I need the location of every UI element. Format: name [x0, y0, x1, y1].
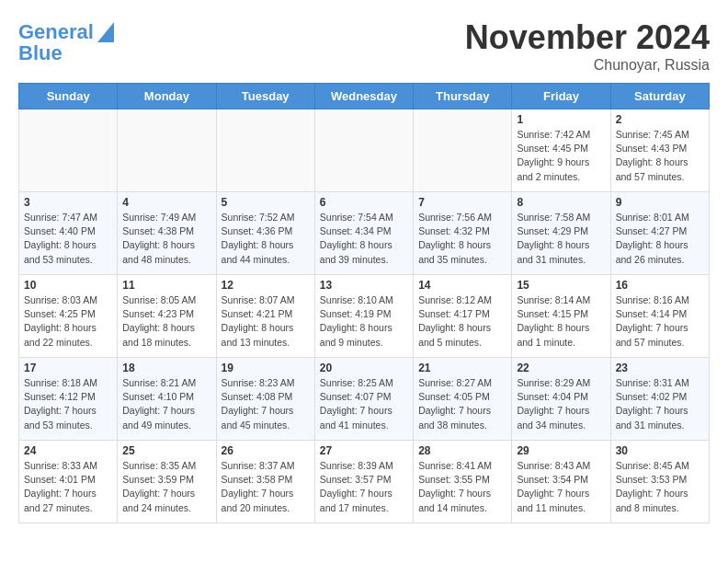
calendar-week-5: 24Sunrise: 8:33 AM Sunset: 4:01 PM Dayli…: [19, 441, 710, 523]
day-number: 8: [517, 196, 605, 209]
day-number: 18: [122, 362, 210, 374]
day-info: Sunrise: 8:41 AM Sunset: 3:55 PM Dayligh…: [418, 459, 506, 515]
day-number: 26: [222, 444, 310, 457]
calendar-cell: 20Sunrise: 8:25 AM Sunset: 4:07 PM Dayli…: [314, 358, 413, 441]
calendar-cell: 6Sunrise: 7:54 AM Sunset: 4:34 PM Daylig…: [314, 192, 413, 275]
logo-icon: [97, 22, 114, 42]
calendar-cell: 21Sunrise: 8:27 AM Sunset: 4:05 PM Dayli…: [414, 358, 512, 441]
calendar-cell: [216, 109, 314, 192]
day-number: 24: [24, 444, 112, 457]
day-number: 11: [122, 279, 210, 292]
day-number: 14: [418, 279, 506, 292]
day-number: 30: [616, 444, 704, 457]
calendar-week-2: 3Sunrise: 7:47 AM Sunset: 4:40 PM Daylig…: [19, 192, 710, 275]
day-info: Sunrise: 7:49 AM Sunset: 4:38 PM Dayligh…: [122, 211, 210, 267]
calendar-cell: 2Sunrise: 7:45 AM Sunset: 4:43 PM Daylig…: [610, 109, 709, 192]
day-info: Sunrise: 8:39 AM Sunset: 3:57 PM Dayligh…: [320, 459, 408, 515]
calendar-cell: [414, 109, 512, 192]
day-number: 4: [122, 196, 210, 209]
calendar-cell: 22Sunrise: 8:29 AM Sunset: 4:04 PM Dayli…: [512, 358, 610, 441]
day-info: Sunrise: 8:45 AM Sunset: 3:53 PM Dayligh…: [616, 459, 704, 515]
svg-marker-0: [97, 22, 114, 42]
day-number: 29: [517, 444, 605, 457]
calendar-cell: 16Sunrise: 8:16 AM Sunset: 4:14 PM Dayli…: [610, 275, 709, 358]
calendar-cell: 17Sunrise: 8:18 AM Sunset: 4:12 PM Dayli…: [19, 358, 118, 441]
page-header: General Blue November 2024 Chunoyar, Rus…: [18, 18, 710, 74]
calendar-cell: 10Sunrise: 8:03 AM Sunset: 4:25 PM Dayli…: [19, 275, 118, 358]
calendar-cell: 13Sunrise: 8:10 AM Sunset: 4:19 PM Dayli…: [314, 275, 413, 358]
day-info: Sunrise: 8:07 AM Sunset: 4:21 PM Dayligh…: [222, 293, 310, 350]
weekday-header-saturday: Saturday: [610, 84, 709, 109]
day-info: Sunrise: 8:27 AM Sunset: 4:05 PM Dayligh…: [418, 376, 506, 432]
calendar-cell: 28Sunrise: 8:41 AM Sunset: 3:55 PM Dayli…: [414, 441, 512, 523]
day-number: 21: [418, 362, 506, 374]
day-number: 23: [616, 362, 704, 374]
day-info: Sunrise: 8:31 AM Sunset: 4:02 PM Dayligh…: [616, 376, 704, 432]
weekday-header-wednesday: Wednesday: [314, 84, 413, 109]
day-number: 17: [24, 362, 112, 374]
calendar-cell: 19Sunrise: 8:23 AM Sunset: 4:08 PM Dayli…: [216, 358, 314, 441]
day-number: 19: [222, 362, 310, 374]
day-info: Sunrise: 8:21 AM Sunset: 4:10 PM Dayligh…: [122, 376, 210, 432]
day-info: Sunrise: 8:35 AM Sunset: 3:59 PM Dayligh…: [122, 459, 210, 515]
day-info: Sunrise: 7:56 AM Sunset: 4:32 PM Dayligh…: [418, 211, 506, 267]
logo-text-line1: General: [18, 21, 94, 43]
day-number: 5: [222, 196, 310, 209]
calendar-cell: [118, 109, 216, 192]
day-info: Sunrise: 7:45 AM Sunset: 4:43 PM Dayligh…: [616, 128, 704, 184]
day-info: Sunrise: 8:12 AM Sunset: 4:17 PM Dayligh…: [418, 293, 506, 350]
day-number: 7: [418, 196, 506, 209]
day-info: Sunrise: 8:29 AM Sunset: 4:04 PM Dayligh…: [517, 376, 605, 432]
day-number: 10: [24, 279, 112, 292]
calendar-cell: 4Sunrise: 7:49 AM Sunset: 4:38 PM Daylig…: [118, 192, 216, 275]
day-info: Sunrise: 7:42 AM Sunset: 4:45 PM Dayligh…: [517, 128, 605, 184]
day-number: 22: [517, 362, 605, 374]
day-info: Sunrise: 8:05 AM Sunset: 4:23 PM Dayligh…: [122, 293, 210, 350]
calendar-cell: 23Sunrise: 8:31 AM Sunset: 4:02 PM Dayli…: [610, 358, 709, 441]
day-info: Sunrise: 7:54 AM Sunset: 4:34 PM Dayligh…: [320, 211, 408, 267]
calendar-cell: 15Sunrise: 8:14 AM Sunset: 4:15 PM Dayli…: [512, 275, 610, 358]
calendar-cell: 25Sunrise: 8:35 AM Sunset: 3:59 PM Dayli…: [118, 441, 216, 523]
weekday-header-friday: Friday: [512, 84, 610, 109]
day-info: Sunrise: 8:23 AM Sunset: 4:08 PM Dayligh…: [222, 376, 310, 432]
day-info: Sunrise: 8:10 AM Sunset: 4:19 PM Dayligh…: [320, 293, 408, 350]
calendar-cell: 18Sunrise: 8:21 AM Sunset: 4:10 PM Dayli…: [118, 358, 216, 441]
day-number: 27: [320, 444, 408, 457]
day-number: 25: [122, 444, 210, 457]
day-info: Sunrise: 8:03 AM Sunset: 4:25 PM Dayligh…: [24, 293, 112, 350]
calendar-cell: 27Sunrise: 8:39 AM Sunset: 3:57 PM Dayli…: [314, 441, 413, 523]
weekday-header-row: SundayMondayTuesdayWednesdayThursdayFrid…: [19, 84, 710, 109]
calendar-cell: 3Sunrise: 7:47 AM Sunset: 4:40 PM Daylig…: [19, 192, 118, 275]
day-number: 6: [320, 196, 408, 209]
calendar-week-4: 17Sunrise: 8:18 AM Sunset: 4:12 PM Dayli…: [19, 358, 710, 441]
day-number: 3: [24, 196, 112, 209]
day-number: 12: [222, 279, 310, 292]
month-title: November 2024: [465, 18, 710, 57]
weekday-header-monday: Monday: [118, 84, 216, 109]
day-info: Sunrise: 7:58 AM Sunset: 4:29 PM Dayligh…: [517, 211, 605, 267]
day-info: Sunrise: 8:33 AM Sunset: 4:01 PM Dayligh…: [24, 459, 112, 515]
calendar-cell: 5Sunrise: 7:52 AM Sunset: 4:36 PM Daylig…: [216, 192, 314, 275]
weekday-header-sunday: Sunday: [19, 84, 118, 109]
day-info: Sunrise: 7:47 AM Sunset: 4:40 PM Dayligh…: [24, 211, 112, 267]
title-block: November 2024 Chunoyar, Russia: [465, 18, 710, 74]
weekday-header-thursday: Thursday: [414, 84, 512, 109]
day-info: Sunrise: 8:43 AM Sunset: 3:54 PM Dayligh…: [517, 459, 605, 515]
calendar-week-1: 1Sunrise: 7:42 AM Sunset: 4:45 PM Daylig…: [19, 109, 710, 192]
weekday-header-tuesday: Tuesday: [216, 84, 314, 109]
location-subtitle: Chunoyar, Russia: [465, 57, 710, 74]
calendar-cell: 14Sunrise: 8:12 AM Sunset: 4:17 PM Dayli…: [414, 275, 512, 358]
calendar-cell: [314, 109, 413, 192]
day-info: Sunrise: 8:01 AM Sunset: 4:27 PM Dayligh…: [616, 211, 704, 267]
day-number: 15: [517, 279, 605, 292]
day-info: Sunrise: 8:25 AM Sunset: 4:07 PM Dayligh…: [320, 376, 408, 432]
day-number: 28: [418, 444, 506, 457]
calendar-cell: [19, 109, 118, 192]
calendar-cell: 24Sunrise: 8:33 AM Sunset: 4:01 PM Dayli…: [19, 441, 118, 523]
calendar-cell: 29Sunrise: 8:43 AM Sunset: 3:54 PM Dayli…: [512, 441, 610, 523]
calendar-week-3: 10Sunrise: 8:03 AM Sunset: 4:25 PM Dayli…: [19, 275, 710, 358]
calendar-table: SundayMondayTuesdayWednesdayThursdayFrid…: [18, 83, 710, 523]
logo: General Blue: [18, 18, 114, 64]
day-number: 1: [517, 113, 605, 126]
day-number: 2: [616, 113, 704, 126]
